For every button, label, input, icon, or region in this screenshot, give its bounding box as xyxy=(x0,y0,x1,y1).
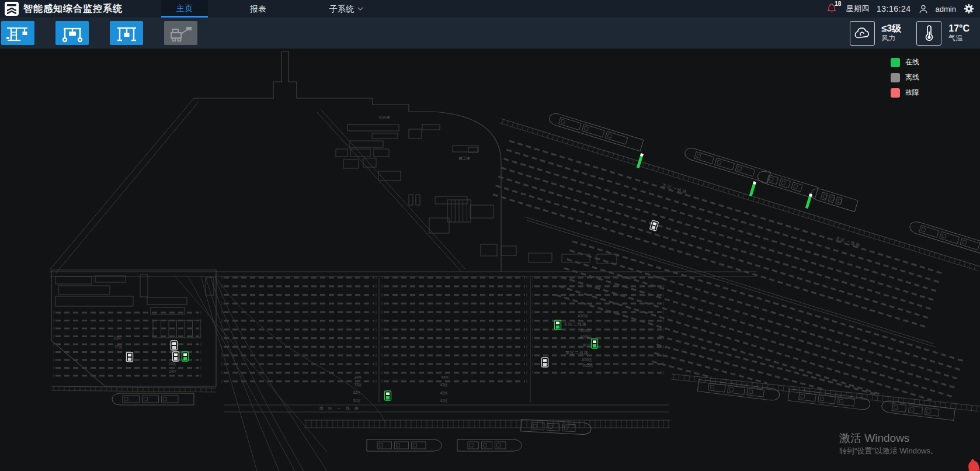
svg-text:综合楼: 综合楼 xyxy=(378,115,390,120)
ship-outline xyxy=(756,169,818,199)
svg-text:南 区 一 线 路: 南 区 一 线 路 xyxy=(319,406,360,411)
svg-text:31区: 31区 xyxy=(353,399,361,403)
legend-online: 在线 xyxy=(891,57,919,67)
rtg-crane-button[interactable] xyxy=(55,21,89,45)
temp-value: 17°C xyxy=(948,23,969,34)
svg-text:A10区: A10区 xyxy=(578,314,589,318)
svg-text:41区: 41区 xyxy=(440,399,448,403)
svg-text:44区: 44区 xyxy=(441,375,449,379)
svg-text:16区: 16区 xyxy=(168,362,176,366)
svg-text:A09区: A09区 xyxy=(581,328,592,333)
thermometer-icon xyxy=(923,25,935,41)
svg-text:东区三线路: 东区三线路 xyxy=(564,322,587,327)
weekday-text: 星期四 xyxy=(846,4,869,14)
online-label: 在线 xyxy=(905,57,919,67)
page-title: 智能感知综合监控系统 xyxy=(23,0,123,18)
equipment-marker-truck-online[interactable] xyxy=(385,391,391,400)
chevron-down-icon xyxy=(357,7,363,11)
quay-crane-button[interactable] xyxy=(1,21,34,45)
ship-outline xyxy=(457,439,522,451)
svg-text:14区: 14区 xyxy=(169,369,177,373)
tab-home-label: 主页 xyxy=(176,1,193,15)
port-map-area: 综合楼械工楼支区一线路支区一线路东区三线路东区二线路A10区A09区A08区A0… xyxy=(0,49,980,471)
reach-stacker-button[interactable] xyxy=(164,21,197,45)
wind-value: ≤3级 xyxy=(882,23,902,34)
ship-outline xyxy=(548,112,644,151)
ship-outline xyxy=(881,400,955,420)
legend-fault: 故障 xyxy=(891,88,919,98)
tab-home[interactable]: 主页 xyxy=(161,0,208,18)
rtg-crane-icon xyxy=(60,24,85,43)
ship-outline xyxy=(788,389,870,411)
tab-subsystems-label: 子系统 xyxy=(329,1,354,17)
svg-text:A07区: A07区 xyxy=(583,343,594,347)
svg-text:42区: 42区 xyxy=(440,391,448,395)
fault-label: 故障 xyxy=(905,88,919,98)
wind-label: 风力 xyxy=(882,34,902,43)
temp-box xyxy=(916,21,941,46)
port-map[interactable]: 综合楼械工楼支区一线路支区一线路东区三线路东区二线路A10区A09区A08区A0… xyxy=(0,49,980,471)
ship-outline xyxy=(521,420,592,435)
equipment-marker-truck-offline[interactable] xyxy=(649,220,658,231)
svg-text:械工楼: 械工楼 xyxy=(458,156,470,160)
ship-outline xyxy=(112,393,194,405)
nav-tabs: 主页 报表 子系统 xyxy=(161,0,378,18)
rmg-crane-button[interactable] xyxy=(110,21,143,45)
temp-label: 气温 xyxy=(948,34,969,43)
user-icon xyxy=(919,4,928,14)
fault-swatch xyxy=(891,88,900,98)
reach-stacker-icon xyxy=(168,24,194,43)
legend-offline: 离线 xyxy=(891,72,919,82)
equipment-toolbar: ≤3级 风力 17°C 气温 xyxy=(0,18,980,49)
offline-label: 离线 xyxy=(905,72,919,82)
username-text: admin xyxy=(936,5,956,13)
cloud-icon xyxy=(854,26,870,40)
notification-bell[interactable]: 18 xyxy=(827,3,839,15)
online-swatch xyxy=(891,58,900,67)
clock-text: 13:16:24 xyxy=(877,4,911,13)
svg-text:A08区: A08区 xyxy=(580,335,591,339)
tab-reports[interactable]: 报表 xyxy=(235,0,282,18)
ship-outline xyxy=(367,439,442,451)
svg-text:东区二线路: 东区二线路 xyxy=(565,351,589,355)
app-logo xyxy=(5,2,19,16)
equipment-marker-crane-online[interactable] xyxy=(749,181,756,196)
quay-crane-icon xyxy=(5,24,31,43)
svg-text:支区一线路: 支区一线路 xyxy=(662,183,688,195)
tab-reports-label: 报表 xyxy=(250,1,266,17)
svg-text:33区: 33区 xyxy=(354,383,362,387)
notification-count: 18 xyxy=(835,1,841,7)
wind-box xyxy=(850,21,875,46)
svg-text:27区: 27区 xyxy=(114,345,123,349)
corner-alarm-bell-icon xyxy=(963,456,980,471)
top-navbar: 智能感知综合监控系统 主页 报表 子系统 18 星期四 13:16:24 xyxy=(0,0,980,18)
svg-text:29区: 29区 xyxy=(113,336,121,340)
svg-text:43区: 43区 xyxy=(440,383,448,387)
svg-text:32区: 32区 xyxy=(353,390,361,394)
svg-text:A06区: A06区 xyxy=(582,358,593,362)
equipment-marker-truck-offline[interactable] xyxy=(171,341,178,350)
rmg-crane-icon xyxy=(114,24,140,43)
svg-text:34区: 34区 xyxy=(354,375,362,379)
weather-widget: ≤3级 风力 17°C 气温 xyxy=(850,21,972,46)
offline-swatch xyxy=(891,73,900,82)
svg-text:A05区: A05区 xyxy=(583,363,594,368)
gear-icon[interactable] xyxy=(964,4,974,14)
tab-subsystems[interactable]: 子系统 xyxy=(314,0,378,18)
equipment-marker-truck-offline[interactable] xyxy=(542,358,548,367)
status-legend: 在线 离线 故障 xyxy=(891,57,919,98)
